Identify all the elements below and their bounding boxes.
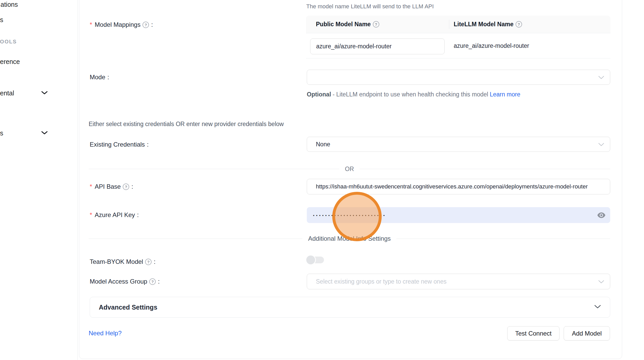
chevron-down-icon[interactable] — [41, 131, 48, 136]
add-model-form-page: ations s TOOLS erence ental s The model … — [0, 0, 644, 360]
column-divider — [449, 20, 449, 29]
advanced-settings-title: Advanced Settings — [99, 304, 594, 311]
table-header-row: Public Model Name LiteLLM Model Name — [306, 16, 610, 33]
advanced-settings-panel[interactable]: Advanced Settings — [90, 297, 610, 318]
sidebar-item-s1[interactable]: s — [0, 16, 3, 24]
eye-icon[interactable] — [596, 210, 607, 221]
mode-label: Mode — [90, 74, 109, 81]
sidebar-section-tools: TOOLS — [0, 39, 17, 45]
sidebar-item-s2[interactable]: s — [0, 129, 3, 137]
help-question-icon[interactable] — [123, 184, 129, 190]
column-header-public-model-name: Public Model Name — [316, 21, 379, 28]
existing-credentials-select[interactable]: None — [307, 137, 610, 152]
model-access-group-select[interactable]: Select existing groups or type to create… — [307, 274, 610, 289]
required-asterisk — [90, 211, 92, 219]
team-byok-label: Team-BYOK Model — [90, 258, 155, 265]
credentials-note: Either select existing credentials OR en… — [89, 121, 284, 128]
public-model-name-input[interactable]: azure_ai/azure-model-router — [310, 38, 445, 54]
chevron-down-icon — [598, 74, 604, 81]
model-access-group-label: Model Access Group — [90, 278, 160, 285]
column-header-litellm-model-name: LiteLLM Model Name — [454, 21, 522, 28]
chevron-down-icon — [598, 141, 604, 148]
azure-api-key-input[interactable]: •••••••••••••••••••••••• — [307, 207, 610, 223]
additional-settings-divider: Additional Model Info Settings — [89, 235, 610, 242]
existing-credentials-label: Existing Credentials — [90, 141, 149, 148]
test-connect-button[interactable]: Test Connect — [507, 326, 560, 341]
chevron-down-icon[interactable] — [41, 91, 48, 96]
help-question-icon[interactable] — [149, 278, 156, 285]
masked-password-value: •••••••••••••••••••••••• — [313, 213, 386, 218]
help-question-icon[interactable] — [145, 259, 152, 265]
sidebar-item-ations[interactable]: ations — [1, 1, 18, 8]
model-name-help-text: The model name LiteLLM will send to the … — [306, 3, 434, 10]
chevron-down-icon — [594, 305, 601, 310]
or-divider: OR — [89, 166, 610, 173]
azure-api-key-label: Azure API Key — [90, 211, 139, 219]
team-byok-toggle[interactable] — [306, 256, 324, 264]
mode-help-text: Optional- LiteLLM endpoint to use when h… — [307, 89, 530, 99]
help-question-icon[interactable] — [516, 21, 522, 28]
litellm-model-name-value: azure_ai/azure-model-router — [454, 33, 529, 58]
sidebar-item-erence[interactable]: erence — [0, 58, 20, 66]
api-base-label: API Base — [90, 183, 133, 190]
required-asterisk — [90, 183, 92, 190]
model-mappings-label: Model Mappings — [90, 21, 153, 28]
add-model-button[interactable]: Add Model — [564, 326, 610, 341]
need-help-link[interactable]: Need Help? — [89, 330, 122, 337]
mode-select[interactable] — [307, 70, 610, 85]
help-question-icon[interactable] — [142, 22, 149, 28]
learn-more-link[interactable]: Learn more — [490, 91, 521, 98]
sidebar-item-ental[interactable]: ental — [0, 89, 14, 97]
sidebar: ations s TOOLS erence ental s — [0, 0, 78, 360]
chevron-down-icon — [598, 278, 604, 285]
table-row: azure_ai/azure-model-router azure_ai/azu… — [306, 33, 610, 58]
model-mappings-table: Public Model Name LiteLLM Model Name azu… — [306, 16, 610, 58]
api-base-input[interactable]: https://ishaa-mh6uutut-swedencentral.cog… — [307, 179, 610, 194]
help-question-icon[interactable] — [373, 21, 379, 28]
required-asterisk — [90, 21, 92, 28]
